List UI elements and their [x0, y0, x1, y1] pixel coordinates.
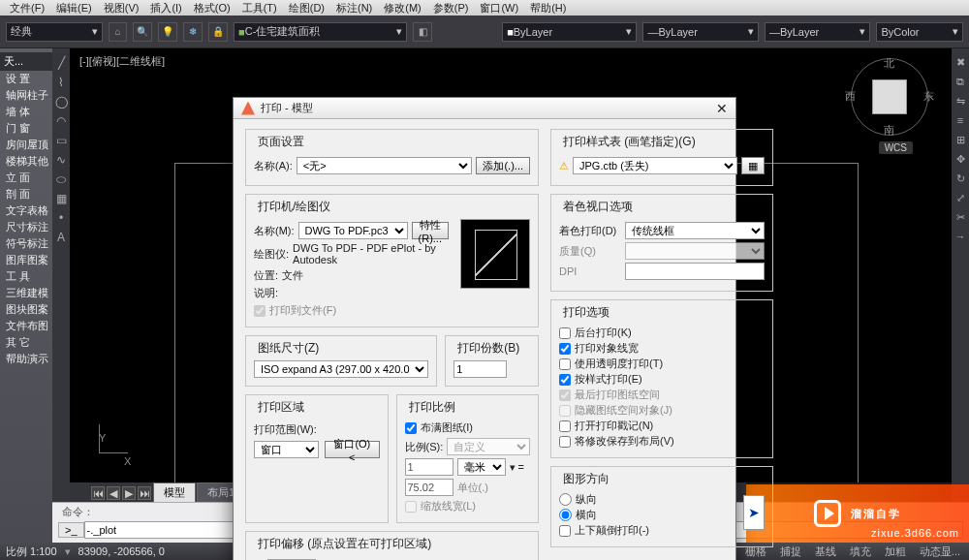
left-panel-item[interactable]: 楼梯其他: [4, 153, 54, 170]
mirror-icon[interactable]: ⇋: [953, 95, 967, 109]
scale-unit-select[interactable]: 毫米: [457, 458, 506, 476]
hatch-icon[interactable]: ▦: [54, 192, 68, 205]
array-icon[interactable]: ⊞: [953, 134, 967, 147]
nav-icon[interactable]: ⌂: [109, 22, 128, 42]
linetype-combo[interactable]: — ByLayer▾: [642, 22, 758, 42]
printer-select[interactable]: DWG To PDF.pc3: [298, 222, 408, 239]
left-panel-item[interactable]: 设 置: [4, 71, 54, 87]
status-base[interactable]: 基线: [812, 544, 839, 559]
left-panel-item[interactable]: 帮助演示: [4, 351, 54, 367]
line-icon[interactable]: ╱: [54, 56, 68, 70]
plot-option[interactable]: 使用透明度打印(T): [559, 357, 765, 371]
menu-draw[interactable]: 绘图(D): [283, 1, 330, 16]
tab-prev-icon[interactable]: ◀: [107, 486, 120, 500]
plot-style-edit-button[interactable]: ▦: [741, 157, 765, 174]
left-panel-item[interactable]: 图块图案: [4, 301, 54, 318]
scale-icon[interactable]: ⤢: [953, 192, 967, 205]
left-panel-item[interactable]: 尺寸标注: [4, 219, 54, 235]
left-panel-item[interactable]: 符号标注: [4, 235, 54, 252]
rect-icon[interactable]: ▭: [54, 134, 68, 147]
plot-option-check[interactable]: [559, 358, 571, 370]
left-panel-item[interactable]: 三维建模: [4, 285, 54, 301]
left-panel-item[interactable]: 剖 面: [4, 186, 54, 202]
lock-icon[interactable]: 🔒: [208, 22, 228, 42]
left-panel-item[interactable]: 文件布图: [4, 318, 54, 334]
close-icon[interactable]: ✕: [716, 101, 728, 116]
left-panel-item[interactable]: 图库图案: [4, 252, 54, 268]
left-panel-item[interactable]: 门 窗: [4, 120, 54, 137]
status-bold[interactable]: 加粗: [882, 544, 909, 559]
plot-option-check[interactable]: [559, 420, 571, 432]
plot-option[interactable]: 按样式打印(E): [559, 372, 765, 387]
tab-last-icon[interactable]: ⏭: [138, 486, 151, 500]
plotstyle-combo[interactable]: ByColor▾: [876, 22, 963, 42]
dialog-titlebar[interactable]: 打印 - 模型 ✕: [234, 98, 735, 119]
status-scale[interactable]: 比例 1:100: [6, 544, 57, 559]
printer-props-button[interactable]: 特性(R)...: [412, 222, 449, 239]
copy-icon[interactable]: ⧉: [953, 76, 967, 89]
layer-pick-icon[interactable]: ◧: [413, 22, 432, 42]
move-icon[interactable]: ✥: [953, 153, 967, 167]
view-label[interactable]: [-][俯视][二维线框]: [70, 48, 174, 75]
menu-file[interactable]: 文件(F): [4, 1, 50, 16]
status-fill[interactable]: 填充: [847, 544, 874, 559]
workspace-combo[interactable]: 经典▾: [6, 22, 103, 42]
orient-portrait-radio[interactable]: [559, 493, 572, 506]
spline-icon[interactable]: ∿: [54, 153, 68, 167]
left-panel-item[interactable]: 文字表格: [4, 202, 54, 219]
menu-format[interactable]: 格式(O): [188, 1, 236, 16]
menu-help[interactable]: 帮助(H): [524, 1, 572, 16]
left-panel-item[interactable]: 轴网柱子: [4, 87, 54, 104]
layer-combo[interactable]: ■ C-住宅建筑面积▾: [234, 22, 407, 42]
plot-option-check[interactable]: [559, 343, 571, 355]
bulb-icon[interactable]: 💡: [158, 22, 177, 42]
status-snap[interactable]: 捕捉: [777, 544, 804, 559]
left-panel-item[interactable]: 立 面: [4, 170, 54, 186]
rotate-icon[interactable]: ↻: [953, 172, 967, 186]
polyline-icon[interactable]: ⌇: [54, 76, 68, 89]
plot-option[interactable]: 打印对象线宽: [559, 341, 765, 356]
freeze-icon[interactable]: ❄: [183, 22, 203, 42]
wcs-badge[interactable]: WCS: [879, 141, 913, 154]
plot-option-check[interactable]: [559, 327, 571, 339]
point-icon[interactable]: •: [54, 211, 68, 225]
ellipse-icon[interactable]: ⬭: [54, 172, 68, 186]
shade-select[interactable]: 传统线框: [625, 222, 765, 239]
copies-input[interactable]: [453, 360, 507, 378]
search-icon[interactable]: 🔍: [133, 22, 152, 42]
plot-style-select[interactable]: JPG.ctb (丢失): [573, 157, 737, 174]
viewcube[interactable]: 北 南 东 西: [851, 58, 928, 136]
menu-param[interactable]: 参数(P): [427, 1, 475, 16]
trim-icon[interactable]: ✂: [953, 211, 967, 225]
window-pick-button[interactable]: 窗口(O)<: [325, 441, 379, 458]
menu-insert[interactable]: 插入(I): [144, 1, 187, 16]
lineweight-combo[interactable]: — ByLayer▾: [765, 22, 871, 42]
menu-modify[interactable]: 修改(M): [378, 1, 427, 16]
color-combo[interactable]: ■ ByLayer▾: [502, 22, 637, 42]
menu-edit[interactable]: 编辑(E): [50, 1, 98, 16]
plot-scope-select[interactable]: 窗口: [254, 441, 319, 458]
menu-dim[interactable]: 标注(N): [330, 1, 378, 16]
left-panel-item[interactable]: 其 它: [4, 334, 54, 351]
left-panel-item[interactable]: 房间屋顶: [4, 137, 54, 153]
page-setup-select[interactable]: <无>: [297, 157, 473, 174]
tab-first-icon[interactable]: ⏮: [91, 486, 105, 500]
arc-icon[interactable]: ◠: [54, 114, 68, 128]
plot-option[interactable]: 打开打印戳记(N): [559, 419, 765, 433]
plot-option[interactable]: 将修改保存到布局(V): [559, 434, 765, 449]
circle-icon[interactable]: ◯: [54, 95, 68, 109]
menu-tools[interactable]: 工具(T): [236, 1, 283, 16]
menu-view[interactable]: 视图(V): [98, 1, 145, 16]
status-dyn[interactable]: 动态显...: [917, 544, 963, 559]
offset-icon[interactable]: ≡: [953, 114, 967, 128]
plot-option-check[interactable]: [559, 374, 571, 386]
add-page-setup-button[interactable]: 添加(.)...: [476, 157, 530, 174]
erase-icon[interactable]: ✖: [953, 56, 967, 70]
paper-size-select[interactable]: ISO expand A3 (297.00 x 420.00 毫米): [254, 360, 428, 378]
tab-model[interactable]: 模型: [153, 482, 196, 502]
fit-check[interactable]: [405, 422, 417, 434]
upside-down-check[interactable]: [559, 525, 571, 537]
tab-next-icon[interactable]: ▶: [122, 486, 136, 500]
left-panel-item[interactable]: 工 具: [4, 268, 54, 285]
plot-option[interactable]: 后台打印(K): [559, 326, 765, 340]
